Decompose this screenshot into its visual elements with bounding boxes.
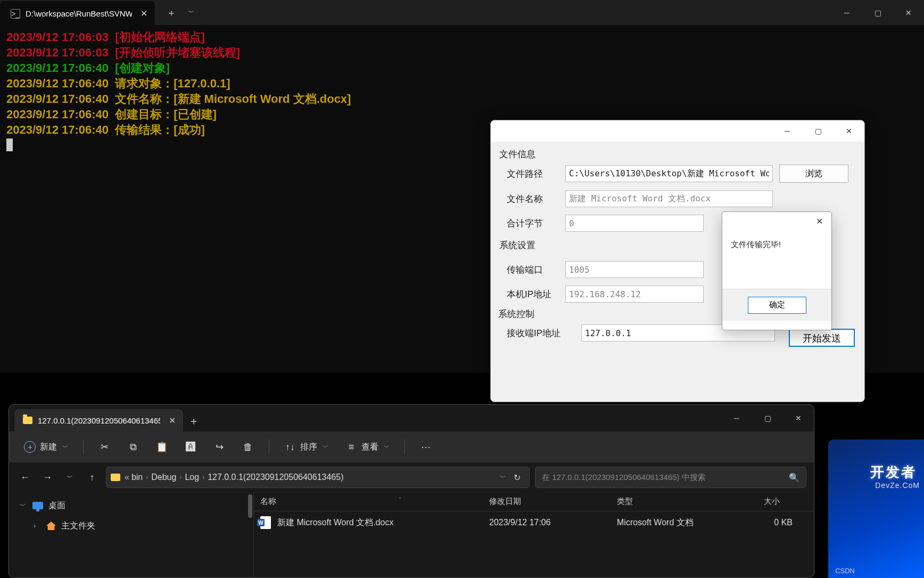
dialog-minimize-button[interactable]: ─	[772, 121, 803, 141]
file-path-input[interactable]	[565, 165, 773, 182]
chevron-right-icon: ›	[34, 522, 41, 530]
scissors-icon: ✂	[98, 441, 110, 453]
terminal-window-controls: ─ ▢ ✕	[831, 2, 924, 23]
msgbox-text: 文件传输完毕!	[722, 230, 831, 289]
sidebar-scrollbar[interactable]	[248, 494, 252, 518]
terminal-icon: >_	[11, 9, 20, 19]
local-ip-input	[565, 286, 704, 303]
file-name-input	[565, 190, 773, 207]
view-button[interactable]: ≡ 查看 ﹀	[339, 437, 396, 457]
browse-button[interactable]: 浏览	[779, 165, 848, 183]
msgbox-ok-button[interactable]: 确定	[748, 297, 806, 314]
sort-asc-icon: ˄	[399, 496, 401, 502]
file-name: 新建 Microsoft Word 文档.docx	[277, 517, 393, 528]
copy-button[interactable]: ⧉	[121, 437, 145, 457]
close-button[interactable]: ✕	[893, 2, 924, 23]
explorer-tab-close-icon[interactable]: ✕	[169, 416, 176, 426]
terminal-tab-close-icon[interactable]: ✕	[141, 9, 147, 19]
terminal-tab-dropdown-icon[interactable]: ﹀	[184, 4, 199, 22]
view-button-label: 查看	[361, 442, 378, 453]
msgbox-close-icon[interactable]: ✕	[812, 215, 827, 227]
nav-forward-button[interactable]: →	[39, 467, 56, 487]
section-file-info: 文件信息	[499, 148, 856, 160]
label-local-ip: 本机IP地址	[507, 288, 565, 300]
search-box[interactable]: 在 127.0.0.1(20230912050640613465) 中搜索 🔍	[535, 467, 806, 488]
nav-up-button[interactable]: ↑	[84, 467, 101, 487]
csdn-watermark: CSDN	[835, 567, 855, 575]
breadcrumb-segment[interactable]: 127.0.0.1(20230912050640613465)	[208, 473, 343, 482]
nav-recent-button[interactable]: ﹀	[61, 467, 78, 487]
cut-button[interactable]: ✂	[92, 437, 117, 457]
explorer-window-controls: ─ ▢ ✕	[721, 405, 814, 432]
plus-circle-icon: ＋	[24, 441, 36, 453]
address-bar[interactable]: «bin›Debug›Log›127.0.0.1(202309120506406…	[106, 467, 530, 488]
trash-icon: 🗑	[242, 441, 254, 453]
explorer-content: ﹀ 桌面 › 主文件夹 名称 ˄ 修改日期 类型 大小	[9, 492, 814, 577]
desktop-icon	[32, 502, 43, 509]
separator	[269, 439, 269, 454]
copy-icon: ⧉	[127, 441, 139, 453]
explorer-toolbar: ＋ 新建 ﹀ ✂ ⧉ 📋 🅰 ↪ 🗑 ↑↓ 排序 ﹀ ≡ 查看 ﹀ ⋯	[9, 432, 814, 462]
label-file-name: 文件名称	[507, 193, 565, 205]
list-icon: ≡	[345, 441, 357, 453]
refresh-icon[interactable]: ↻	[509, 473, 525, 483]
share-button[interactable]: ↪	[207, 437, 232, 457]
file-row[interactable]: 新建 Microsoft Word 文档.docx 2023/9/12 17:0…	[254, 511, 814, 534]
sidebar-item-desktop[interactable]: ﹀ 桌面	[9, 495, 253, 516]
sort-icon: ↑↓	[284, 441, 296, 453]
separator	[405, 439, 405, 454]
dialog-maximize-button[interactable]: ▢	[803, 121, 834, 141]
file-list-header: 名称 ˄ 修改日期 类型 大小	[254, 492, 814, 511]
more-button[interactable]: ⋯	[414, 437, 438, 457]
dialog-titlebar: ─ ▢ ✕	[491, 120, 864, 142]
explorer-tab[interactable]: 127.0.0.1(20230912050640613465) ✕	[14, 409, 183, 432]
folder-icon	[111, 474, 120, 481]
breadcrumb-segment[interactable]: Log	[185, 473, 199, 482]
start-send-button[interactable]: 开始发送	[789, 329, 855, 347]
minimize-button[interactable]: ─	[831, 2, 862, 23]
address-dropdown-icon[interactable]: ﹀	[497, 473, 509, 482]
file-date: 2023/9/12 17:06	[489, 518, 617, 527]
terminal-tab[interactable]: >_ D:\workspace\RunBest\SVNW ✕	[0, 1, 155, 26]
paste-button[interactable]: 📋	[150, 437, 174, 457]
maximize-button[interactable]: ▢	[862, 2, 893, 23]
file-list: 名称 ˄ 修改日期 类型 大小 新建 Microsoft Word 文档.doc…	[254, 492, 814, 577]
column-date[interactable]: 修改日期	[483, 496, 610, 507]
rename-button[interactable]: 🅰	[178, 437, 203, 457]
new-button[interactable]: ＋ 新建 ﹀	[18, 437, 75, 457]
explorer-new-tab-button[interactable]: ＋	[183, 410, 204, 432]
sidebar-item-label: 主文件夹	[61, 520, 95, 532]
nav-back-button[interactable]: ←	[16, 467, 34, 487]
share-icon: ↪	[213, 441, 225, 453]
explorer-minimize-button[interactable]: ─	[721, 408, 752, 429]
chevron-down-icon: ﹀	[62, 443, 68, 451]
sidebar-item-home[interactable]: › 主文件夹	[9, 516, 253, 536]
delete-button[interactable]: 🗑	[236, 437, 260, 457]
separator	[83, 439, 84, 454]
sort-button-label: 排序	[300, 442, 317, 453]
label-recv-ip: 接收端IP地址	[507, 327, 581, 339]
sort-button[interactable]: ↑↓ 排序 ﹀	[278, 437, 335, 457]
explorer-sidebar: ﹀ 桌面 › 主文件夹	[9, 492, 254, 577]
column-type[interactable]: 类型	[610, 496, 717, 507]
breadcrumb-segment[interactable]: bin	[131, 473, 143, 482]
word-doc-icon	[260, 516, 271, 529]
clipboard-icon: 📋	[156, 441, 168, 453]
ellipsis-icon: ⋯	[420, 441, 432, 453]
folder-icon	[23, 417, 32, 424]
explorer-close-button[interactable]: ✕	[783, 408, 814, 429]
search-placeholder: 在 127.0.0.1(20230912050640613465) 中搜索	[542, 473, 706, 483]
label-total-bytes: 合计字节	[507, 217, 565, 230]
label-port: 传输端口	[507, 264, 565, 276]
chevron-down-icon: ﹀	[384, 443, 390, 451]
file-type: Microsoft Word 文档	[617, 517, 723, 528]
explorer-maximize-button[interactable]: ▢	[752, 408, 783, 429]
chevron-down-icon: ﹀	[20, 501, 27, 510]
terminal-new-tab-button[interactable]: ＋	[162, 4, 180, 22]
home-icon	[46, 522, 56, 530]
total-bytes-input	[565, 215, 704, 232]
breadcrumb-segment[interactable]: Debug	[151, 473, 176, 482]
column-size[interactable]: 大小	[717, 496, 786, 507]
column-name[interactable]: 名称 ˄	[254, 496, 483, 507]
dialog-close-button[interactable]: ✕	[834, 121, 864, 141]
